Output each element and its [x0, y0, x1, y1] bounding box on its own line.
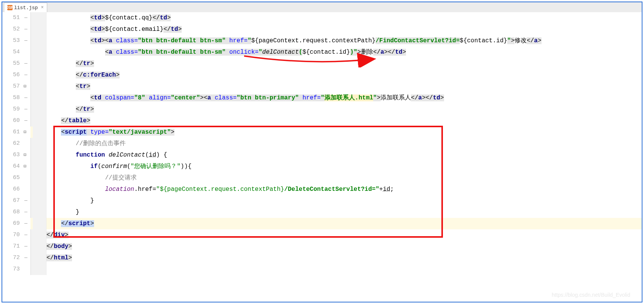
watermark: https://blog.csdn.net/Build_Evolid: [552, 292, 630, 298]
line-number: 70: [2, 229, 23, 241]
code-line: 57 <tr>: [2, 81, 642, 92]
line-number: 63: [2, 149, 23, 161]
jsp-file-icon: JSP: [7, 5, 13, 10]
fold-marker: [23, 46, 30, 58]
code-line: 66 location.href="${pageContext.request.…: [2, 184, 642, 195]
fold-marker[interactable]: [23, 206, 30, 218]
gutter-annotation: [30, 12, 46, 24]
fold-marker[interactable]: [23, 92, 30, 104]
code-line: 51 <td>${contact.qq}</td>: [2, 12, 642, 24]
fold-marker[interactable]: [23, 35, 30, 46]
line-number: 60: [2, 115, 23, 126]
line-number: 57: [2, 81, 23, 92]
fold-marker: [23, 264, 30, 275]
fold-marker: [23, 138, 30, 149]
gutter-annotation: [30, 172, 46, 184]
line-number: 61: [2, 126, 23, 138]
fold-marker[interactable]: [23, 69, 30, 81]
line-number: 71: [2, 241, 23, 252]
code-line: 68 }: [2, 206, 642, 218]
fold-toggle[interactable]: [23, 161, 30, 172]
code-line: 62 //删除的点击事件: [2, 138, 642, 149]
line-number: 69: [2, 218, 23, 229]
fold-marker[interactable]: [23, 58, 30, 69]
code-line: 58 <td colspan="8" align="center"><a cla…: [2, 92, 642, 104]
gutter-annotation: [30, 218, 46, 229]
line-number: 52: [2, 24, 23, 35]
code-line: 53 <td><a class="btn btn-default btn-sm"…: [2, 35, 642, 46]
fold-toggle[interactable]: [23, 81, 30, 92]
gutter-annotation: [30, 69, 46, 81]
gutter-annotation: [30, 35, 46, 46]
tab-list-jsp[interactable]: JSP list.jsp ×: [4, 3, 47, 12]
gutter-annotation: [30, 206, 46, 218]
code-line: 52 <td>${contact.email}</td>: [2, 24, 642, 35]
gutter-annotation: [30, 81, 46, 92]
code-line: 60 </table>: [2, 115, 642, 126]
gutter-annotation: [30, 149, 46, 161]
fold-marker[interactable]: [23, 104, 30, 115]
fold-marker[interactable]: [23, 241, 30, 252]
code-line: 63 function delContact(id) {: [2, 149, 642, 161]
line-number: 58: [2, 92, 23, 104]
caret-line-highlight: [46, 218, 642, 229]
line-number: 67: [2, 195, 23, 206]
code-line: 56 </c:forEach>: [2, 69, 642, 81]
gutter-annotation: [30, 58, 46, 69]
line-number: 73: [2, 264, 23, 275]
fold-marker[interactable]: [23, 115, 30, 126]
tab-bar: JSP list.jsp ×: [2, 2, 642, 13]
gutter-annotation: [30, 195, 46, 206]
fold-marker[interactable]: [23, 24, 30, 35]
fold-marker[interactable]: [23, 12, 30, 24]
gutter-annotation: [30, 126, 46, 138]
line-number: 59: [2, 104, 23, 115]
line-number: 68: [2, 206, 23, 218]
fold-toggle[interactable]: [23, 149, 30, 161]
line-number: 56: [2, 69, 23, 81]
gutter-annotation: [30, 161, 46, 172]
window-frame: JSP list.jsp × 51 <td>${contact.qq}</td>…: [2, 2, 642, 302]
chrome-icon: [632, 26, 639, 33]
code-line: 73: [2, 264, 642, 275]
close-icon[interactable]: ×: [41, 5, 43, 10]
fold-toggle[interactable]: [23, 126, 30, 138]
line-number: 65: [2, 172, 23, 184]
gutter-annotation: [30, 104, 46, 115]
code-line: 61 <script type="text/javascript">: [2, 126, 642, 138]
line-number: 53: [2, 35, 23, 46]
code-line: 65 //提交请求: [2, 172, 642, 184]
fold-marker[interactable]: [23, 218, 30, 229]
gutter-annotation: [30, 24, 46, 35]
fold-marker: [23, 184, 30, 195]
gutter-annotation: [30, 252, 46, 264]
code-line: 72 </html>: [2, 252, 642, 264]
gutter-annotation: [30, 264, 46, 275]
fold-marker[interactable]: [23, 229, 30, 241]
gutter-annotation: [30, 241, 46, 252]
line-number: 66: [2, 184, 23, 195]
line-number: 64: [2, 161, 23, 172]
fold-marker[interactable]: [23, 195, 30, 206]
line-number: 54: [2, 46, 23, 58]
line-number: 55: [2, 58, 23, 69]
line-number: 51: [2, 12, 23, 24]
code-line: 70 </div>: [2, 229, 642, 241]
gutter-annotation: [30, 138, 46, 149]
code-line: 64 if(confirm("您确认删除吗？")){: [2, 161, 642, 172]
fold-marker[interactable]: [23, 252, 30, 264]
code-line: 71 </body>: [2, 241, 642, 252]
code-editor[interactable]: 51 <td>${contact.qq}</td> 52 <td>${conta…: [2, 12, 642, 302]
gutter-annotation: [30, 229, 46, 241]
gutter-annotation: [30, 115, 46, 126]
fold-marker: [23, 172, 30, 184]
line-number: 72: [2, 252, 23, 264]
line-number: 62: [2, 138, 23, 149]
code-line: 54 <a class="btn btn-default btn-sm" onc…: [2, 46, 642, 58]
tab-label: list.jsp: [14, 5, 38, 11]
code-line: 59 </tr>: [2, 104, 642, 115]
gutter-annotation: [30, 46, 46, 58]
code-line: 67 }: [2, 195, 642, 206]
code-line: 55 </tr>: [2, 58, 642, 69]
code-line: 69 </script>: [2, 218, 642, 229]
